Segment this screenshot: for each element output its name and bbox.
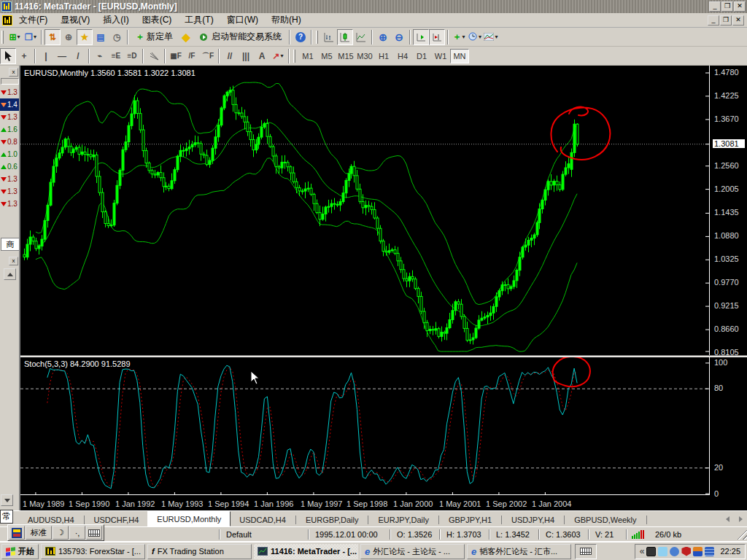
chart-shift-button[interactable] — [429, 29, 445, 45]
regression-channel-button[interactable]: ≡D — [124, 48, 140, 64]
fibo-retracement-button[interactable]: /F — [184, 48, 200, 64]
timeframe-d1-button[interactable]: D1 — [412, 49, 431, 63]
scroll-up-button[interactable] — [4, 268, 16, 280]
minimize-button[interactable]: _ — [709, 1, 721, 12]
data-window-button[interactable]: ◷ — [109, 29, 125, 45]
menu-file[interactable]: 文件(F) — [12, 12, 54, 28]
panel-close-icon[interactable]: x — [9, 257, 18, 265]
crosshair-button[interactable]: + — [16, 48, 32, 64]
close-button[interactable]: ✕ — [734, 1, 746, 12]
menu-insert[interactable]: 插入(I) — [96, 12, 135, 28]
periods-button[interactable]: ▾ — [467, 29, 483, 45]
zoom-out-button[interactable]: ⊖ — [391, 29, 407, 45]
task-talkforex-forum[interactable]: e韬客外汇论坛 - 汇市... — [467, 544, 571, 559]
equidistant-channel-button[interactable]: ≡E — [108, 48, 124, 64]
ime-toolbar[interactable]: 标准 ☽ ·, — [7, 524, 104, 541]
task-forex-forum[interactable]: e外汇论坛 - 主论坛 - ... — [360, 544, 465, 559]
timeframe-m5-button[interactable]: M5 — [317, 49, 336, 63]
favorites-button[interactable]: ★ — [77, 29, 93, 45]
tab-scroll-left-button[interactable] — [721, 513, 733, 525]
templates-button[interactable]: ▾ — [483, 29, 499, 45]
market-watch-row[interactable]: 1.0 — [0, 148, 19, 160]
profiles-button[interactable]: ❐▾ — [23, 29, 39, 45]
dropdown-icon[interactable]: ▾ — [281, 52, 284, 59]
timeframe-m1-button[interactable]: M1 — [298, 49, 317, 63]
menu-view[interactable]: 显视(V) — [54, 12, 96, 28]
tab-eurgbp-daily[interactable]: EURGBP,Daily — [297, 513, 368, 526]
dropdown-icon[interactable]: ▾ — [34, 34, 36, 40]
text-label-button[interactable]: A — [254, 48, 270, 64]
market-watch-row[interactable]: 1.3 — [0, 198, 19, 210]
timeframe-w1-button[interactable]: W1 — [431, 49, 450, 63]
tray-security-icon[interactable] — [693, 547, 703, 556]
keyboard-tray-segment[interactable] — [575, 544, 597, 559]
bar-chart-button[interactable] — [321, 29, 337, 45]
task-metatrader[interactable]: 11416: MetaTrader - [... — [254, 544, 358, 559]
toolbar-grip[interactable] — [293, 50, 295, 63]
timeframe-h1-button[interactable]: H1 — [374, 49, 393, 63]
market-watch-row[interactable]: 0.6 — [0, 160, 19, 173]
mdi-minimize-button[interactable]: _ — [708, 15, 719, 26]
tray-antivirus-shield-icon[interactable] — [681, 547, 691, 556]
toolbar-grip[interactable] — [316, 31, 318, 44]
price-chart[interactable] — [20, 66, 710, 355]
tray-cleaner-icon[interactable] — [658, 547, 667, 556]
menu-window[interactable]: 窗口(W) — [220, 12, 265, 28]
cursor-button[interactable] — [0, 48, 16, 64]
scroll-down-button[interactable] — [1, 494, 13, 506]
market-watch-row[interactable]: 1.3 — [0, 86, 19, 98]
timeframe-h4-button[interactable]: H4 — [393, 49, 412, 63]
ime-mode-button[interactable]: 标准 — [26, 526, 52, 540]
market-watch-row[interactable]: 1.3 — [0, 185, 19, 198]
market-watch-row[interactable]: 1.3 — [0, 173, 19, 185]
tray-messenger-icon[interactable] — [670, 547, 679, 556]
parallel-lines-button[interactable]: // — [222, 48, 238, 64]
timeframe-mn-button[interactable]: MN — [450, 49, 469, 63]
tray-camera-icon[interactable] — [646, 547, 656, 556]
auto-scroll-button[interactable] — [413, 29, 429, 45]
ime-punctuation-icon[interactable]: ·, — [69, 526, 85, 540]
new-order-button[interactable]: ＋新定单 — [131, 29, 178, 45]
expert-advisor-button[interactable]: ◆ — [178, 29, 194, 45]
start-ea-button[interactable]: 启动智能交易系统 — [194, 29, 287, 45]
resize-grip[interactable] — [737, 529, 747, 540]
ime-fullhalf-moon-icon[interactable]: ☽ — [53, 526, 69, 540]
tab-eurjpy-daily[interactable]: EURJPY,Daily — [369, 513, 438, 526]
tick-chart-button[interactable]: ⇅ — [44, 29, 61, 45]
crosshair-target-button[interactable]: ⊕ — [61, 29, 77, 45]
market-watch-tab[interactable]: 商 — [1, 238, 20, 251]
chart-window[interactable]: EURUSD,Monthly 1.3560 1.3581 1.3022 1.30… — [20, 66, 747, 510]
tab-usdcad-h4[interactable]: USDCAD,H4 — [231, 513, 295, 526]
candle-chart-button[interactable] — [337, 29, 353, 45]
menu-charts[interactable]: 图表(C) — [136, 12, 179, 28]
cycle-lines-button[interactable]: ||| — [238, 48, 254, 64]
stochastic-indicator-pane[interactable] — [20, 357, 710, 498]
market-watch-panel[interactable]: x 1.3 1.4 1.3 1.6 0.8 1.0 0.6 1.3 1.3 1.… — [0, 66, 20, 510]
channel-button[interactable]: ⌁ — [92, 48, 108, 64]
fibo-grid-button[interactable]: ▦F — [168, 48, 184, 64]
tab-eurusd-monthly[interactable]: EURUSD,Monthly — [147, 511, 231, 526]
fibo-expansion-button[interactable]: ⌒F — [200, 48, 216, 64]
market-watch-row[interactable]: 1.6 — [0, 123, 19, 136]
new-chart-button[interactable]: ⊞▾ — [7, 29, 23, 45]
menu-help[interactable]: 帮助(H) — [265, 12, 308, 28]
line-chart-button[interactable] — [353, 29, 369, 45]
toolbar-grip[interactable] — [1, 31, 4, 44]
menu-tools[interactable]: 工具(T) — [178, 12, 220, 28]
ime-logo-icon[interactable] — [9, 526, 25, 540]
mdi-close-button[interactable]: ✕ — [732, 15, 744, 26]
vertical-line-button[interactable]: | — [38, 48, 54, 64]
tab-scroll-right-button[interactable] — [735, 513, 746, 525]
help-button[interactable]: ? — [293, 29, 309, 45]
task-forexstar[interactable]: 135793: ForexStar - [... — [41, 544, 145, 559]
tray-firewall-icon[interactable] — [705, 547, 714, 556]
zoom-in-button[interactable]: ⊕ — [375, 29, 391, 45]
timeframe-m30-button[interactable]: M30 — [355, 49, 374, 63]
trendline-button[interactable]: / — [70, 48, 86, 64]
dropdown-icon[interactable]: ▾ — [479, 34, 481, 40]
market-watch-row-selected[interactable]: 1.4 — [0, 98, 19, 111]
market-watch-row[interactable]: 0.8 — [0, 136, 19, 148]
dropdown-icon[interactable]: ▾ — [495, 34, 498, 40]
dropdown-icon[interactable]: ▾ — [18, 34, 20, 40]
maximize-button[interactable]: ❒ — [721, 1, 733, 12]
